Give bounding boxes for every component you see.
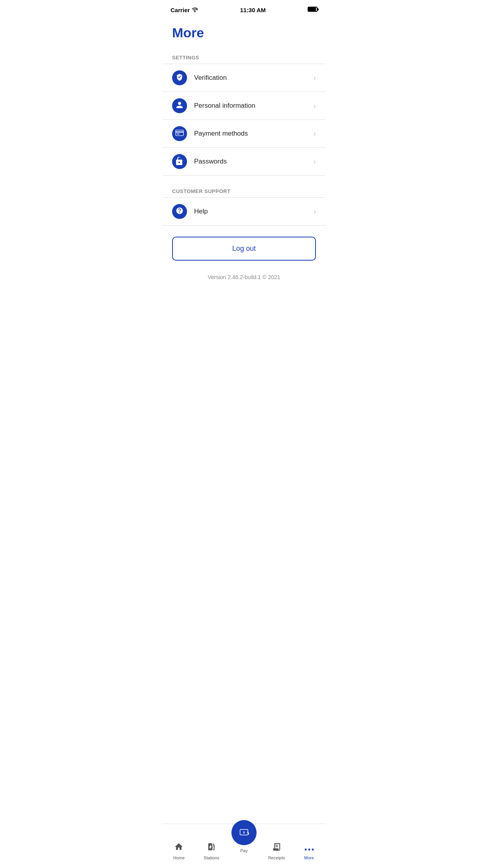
personal-info-label: Personal information [194, 102, 314, 110]
settings-section: SETTINGS Verification › Pers [163, 50, 325, 176]
status-bar: Carrier 11:30 AM [163, 0, 325, 17]
passwords-icon-wrap [172, 154, 187, 169]
personal-info-icon-wrap [172, 98, 187, 113]
payment-methods-chevron: › [314, 130, 316, 138]
verification-chevron: › [314, 74, 316, 82]
time-display: 11:30 AM [240, 7, 266, 13]
payment-methods-label: Payment methods [194, 130, 314, 138]
question-icon [176, 207, 183, 216]
customer-support-menu-list: Help › [163, 197, 325, 226]
logout-section: Log out [163, 226, 325, 267]
menu-item-help[interactable]: Help › [163, 198, 325, 226]
carrier-text: Carrier [171, 7, 190, 13]
customer-support-section-label: CUSTOMER SUPPORT [163, 184, 325, 197]
menu-item-passwords[interactable]: Passwords › [163, 148, 325, 176]
payment-methods-icon-wrap [172, 126, 187, 141]
lock-icon [176, 156, 183, 167]
svg-rect-2 [177, 134, 180, 134]
verification-icon-wrap [172, 70, 187, 85]
settings-section-label: SETTINGS [163, 50, 325, 64]
shield-check-icon [176, 73, 183, 83]
svg-rect-1 [176, 131, 183, 132]
menu-item-personal-info[interactable]: Personal information › [163, 92, 325, 120]
battery-indicator [308, 6, 317, 13]
help-label: Help [194, 208, 314, 215]
menu-item-payment-methods[interactable]: Payment methods › [163, 120, 325, 148]
wifi-icon [192, 7, 198, 13]
settings-menu-list: Verification › Personal information › [163, 64, 325, 176]
card-icon [175, 130, 184, 138]
verification-label: Verification [194, 74, 314, 82]
svg-rect-0 [176, 130, 183, 136]
menu-item-verification[interactable]: Verification › [163, 64, 325, 92]
passwords-label: Passwords [194, 158, 314, 166]
version-text: Version 2.46.2-build.1 © 2021 [163, 267, 325, 296]
tab-bar-spacer [163, 296, 325, 335]
help-icon-wrap [172, 204, 187, 219]
help-chevron: › [314, 208, 316, 216]
person-icon [176, 101, 183, 110]
logout-button[interactable]: Log out [172, 237, 316, 261]
customer-support-section: CUSTOMER SUPPORT Help › [163, 184, 325, 226]
carrier-info: Carrier [171, 7, 198, 13]
page-title: More [163, 17, 325, 50]
personal-info-chevron: › [314, 102, 316, 110]
passwords-chevron: › [314, 158, 316, 166]
